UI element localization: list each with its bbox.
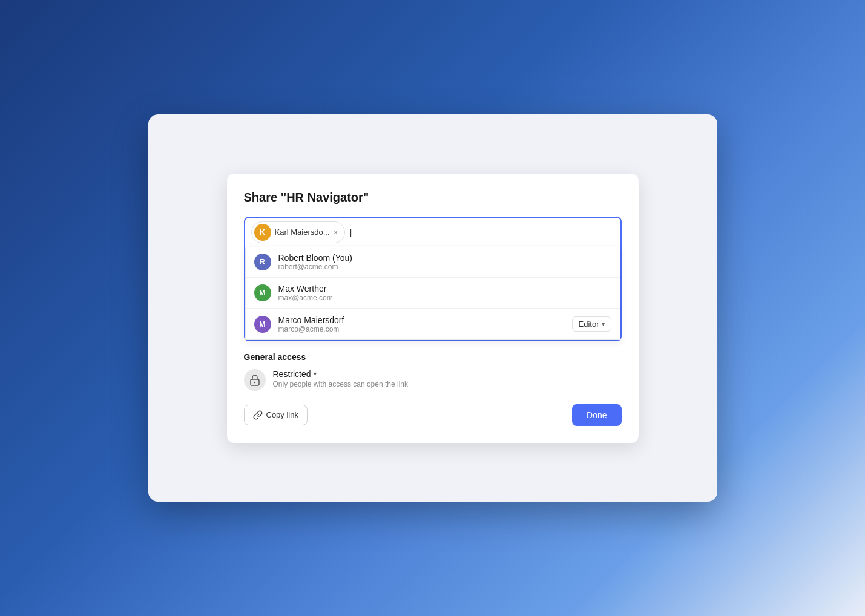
access-type-label: Restricted [273, 369, 311, 379]
user-email: max@acme.com [278, 293, 611, 302]
share-dialog: Share "HR Navigator" K Karl Maiersdo... … [227, 174, 639, 443]
link-icon [253, 410, 263, 420]
access-description: Only people with access can open the lin… [273, 380, 622, 388]
app-window: Share "HR Navigator" K Karl Maiersdo... … [148, 114, 717, 502]
selected-tag[interactable]: K Karl Maiersdo... × [251, 221, 345, 243]
search-input[interactable] [350, 228, 614, 237]
role-dropdown-button[interactable]: Editor ▾ [572, 316, 611, 332]
chevron-down-icon: ▾ [314, 370, 317, 377]
user-email: robert@acme.com [278, 263, 611, 271]
lock-icon [249, 374, 260, 386]
role-label: Editor [579, 319, 599, 329]
lock-icon-container [244, 369, 266, 391]
chevron-down-icon: ▾ [602, 321, 605, 327]
dialog-title: Share "HR Navigator" [244, 191, 622, 205]
list-item[interactable]: M Marco Maiersdorf marco@acme.com Editor… [246, 309, 620, 339]
access-info: Restricted ▾ Only people with access can… [273, 369, 622, 388]
avatar: M [254, 316, 271, 333]
list-item[interactable]: R Robert Bloom (You) robert@acme.com [246, 247, 620, 277]
copy-link-label: Copy link [266, 410, 298, 419]
tag-name: Karl Maiersdo... [275, 228, 330, 237]
user-name: Max Werther [278, 284, 611, 293]
dialog-footer: Copy link Done [244, 404, 622, 426]
user-email: marco@acme.com [278, 325, 565, 333]
svg-point-1 [254, 381, 255, 382]
access-type-row[interactable]: Restricted ▾ [273, 369, 622, 379]
tag-avatar: K [254, 224, 271, 241]
user-name: Robert Bloom (You) [278, 253, 611, 263]
copy-link-button[interactable]: Copy link [244, 405, 308, 425]
user-info: Robert Bloom (You) robert@acme.com [278, 253, 611, 271]
user-dropdown: R Robert Bloom (You) robert@acme.com M M… [245, 247, 620, 340]
user-info: Max Werther max@acme.com [278, 284, 611, 302]
user-info: Marco Maiersdorf marco@acme.com [278, 315, 565, 333]
tag-remove-icon[interactable]: × [334, 228, 338, 237]
general-access-section: Restricted ▾ Only people with access can… [244, 369, 622, 391]
general-access-title: General access [244, 352, 622, 362]
search-field[interactable]: K Karl Maiersdo... × [245, 218, 620, 247]
user-name: Marco Maiersdorf [278, 315, 565, 325]
avatar: M [254, 284, 271, 301]
list-item[interactable]: M Max Werther max@acme.com [246, 278, 620, 308]
search-wrapper: K Karl Maiersdo... × R Robert Bloom (You… [244, 217, 622, 341]
done-button[interactable]: Done [572, 404, 621, 426]
avatar: R [254, 254, 271, 270]
